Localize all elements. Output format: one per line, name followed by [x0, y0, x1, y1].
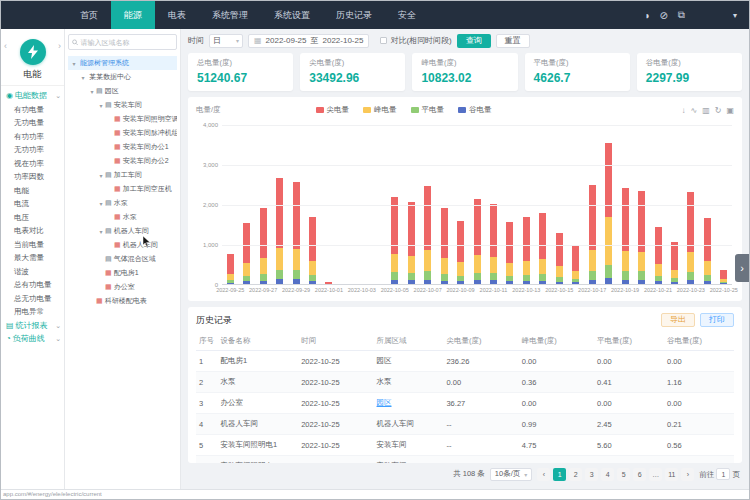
table-cell: 5.60	[594, 435, 664, 456]
legend-item[interactable]: 峰电量	[363, 105, 397, 115]
nav-item[interactable]: 历史记录	[323, 1, 385, 29]
page-button[interactable]: 1	[553, 468, 566, 481]
bar-segment	[556, 266, 563, 277]
page-button[interactable]: 11	[665, 468, 678, 481]
sidebar-menu-item[interactable]: 总有功电量	[1, 278, 64, 292]
tree-caret-icon[interactable]: ▾	[97, 228, 105, 235]
tree-node[interactable]: ▦ 科研楼配电表	[68, 294, 177, 308]
tree-node[interactable]: ▦ 安装车间办公2	[68, 154, 177, 168]
table-row[interactable]: 4机器人车间2022-10-25机器人车间--0.992.450.21	[196, 414, 734, 435]
module-next-arrow[interactable]: ›	[58, 41, 61, 51]
goto-page-input[interactable]	[716, 468, 730, 480]
save-image-icon[interactable]: ▣	[726, 106, 734, 115]
sidebar-menu-item[interactable]: 电压	[1, 211, 64, 225]
page-button[interactable]: ›	[681, 468, 694, 481]
search-button[interactable]: 查询	[457, 34, 491, 48]
nav-item[interactable]: 系统设置	[261, 1, 323, 29]
user-dropdown-caret-icon[interactable]: ▾	[733, 11, 737, 20]
nav-item[interactable]: 安全	[385, 1, 429, 29]
energy-module-icon[interactable]	[20, 39, 46, 65]
tree-node[interactable]: ▦ 安装车间办公1	[68, 140, 177, 154]
tree-node[interactable]: ▦ 配电房1	[68, 266, 177, 280]
sidebar-menu-item[interactable]: ◉ 电能数据 ⌄	[1, 89, 64, 103]
page-size-select[interactable]: 10条/页 ▾	[490, 468, 532, 481]
sidebar-menu-item[interactable]: 用电异常	[1, 305, 64, 319]
period-select[interactable]: 日 ▾	[209, 34, 243, 48]
sidebar-menu-item[interactable]: 谐波	[1, 265, 64, 279]
tree-node[interactable]: ▾ ▤ 园区	[68, 84, 177, 98]
tree-node[interactable]: ▾ ▤ 安装车间	[68, 98, 177, 112]
page-button[interactable]: 3	[585, 468, 598, 481]
tree-node[interactable]: ▦ 办公室	[68, 280, 177, 294]
bar-segment	[276, 178, 283, 247]
print-button[interactable]: 打印	[700, 313, 734, 327]
table-row[interactable]: 5安装车间照明电12022-10-25安装车间--4.755.600.56	[196, 435, 734, 456]
tree-caret-icon[interactable]: ▾	[70, 60, 78, 67]
sidebar-menu-item[interactable]: ▤ 统计报表 ⌄	[1, 319, 64, 333]
tree-node[interactable]: ▦ 安装车间脉冲机组	[68, 126, 177, 140]
bar-segment	[506, 263, 513, 276]
legend-item[interactable]: 谷电量	[458, 105, 492, 115]
sidebar-menu-item[interactable]: 无功功率	[1, 143, 64, 157]
line-chart-icon[interactable]: ∿	[690, 106, 697, 115]
reset-button[interactable]: 重置	[496, 34, 530, 48]
sidebar-menu-item[interactable]: 总无功电量	[1, 292, 64, 306]
table-row[interactable]: 3办公室2022-10-25园区36.270.000.000.00	[196, 393, 734, 414]
legend-item[interactable]: 平电量	[411, 105, 445, 115]
stacked-bar-chart[interactable]: 4,0003,0002,0001,0000	[222, 125, 732, 285]
page-button[interactable]: …	[649, 468, 662, 481]
message-icon[interactable]: ⊘	[659, 10, 667, 21]
restore-icon[interactable]: ↻	[715, 106, 722, 115]
sidebar-menu-item[interactable]: 无功电量	[1, 116, 64, 130]
tree-caret-icon[interactable]: ▾	[79, 74, 87, 81]
sidebar-menu-item[interactable]: ◔ 负荷曲线 ⌄	[1, 332, 64, 346]
tree-caret-icon[interactable]: ▾	[88, 88, 96, 95]
module-prev-arrow[interactable]: ‹	[4, 41, 7, 51]
page-button[interactable]: 2	[569, 468, 582, 481]
tree-node[interactable]: ▾ ▤ 水泵	[68, 196, 177, 210]
export-button[interactable]: 导出	[661, 313, 695, 327]
tree-node[interactable]: ▦ 加工车间空压机	[68, 182, 177, 196]
nav-item[interactable]: 能源	[111, 1, 155, 29]
legend-item[interactable]: 尖电量	[316, 105, 350, 115]
page-button[interactable]: ‹	[537, 468, 550, 481]
tree-caret-icon[interactable]: ▾	[97, 200, 105, 207]
page-button[interactable]: 4	[601, 468, 614, 481]
bar-chart-icon[interactable]: ▥	[702, 106, 710, 115]
nav-item[interactable]: 首页	[67, 1, 111, 29]
tree-node[interactable]: ▦ 机器人车间	[68, 238, 177, 252]
theme-icon[interactable]: ◑	[643, 10, 649, 21]
table-row[interactable]: 1配电房12022-10-25园区236.260.000.000.00	[196, 351, 734, 372]
tree-caret-icon[interactable]: ▾	[97, 172, 105, 179]
tree-search-input[interactable]	[80, 39, 173, 46]
tree-node[interactable]: ▦ 安装车间照明空调电表	[68, 112, 177, 126]
download-icon[interactable]: ↓	[681, 106, 685, 115]
tree-node[interactable]: ▤ 气体混合区域	[68, 252, 177, 266]
sidebar-menu-item[interactable]: 最大需量	[1, 251, 64, 265]
tree-caret-icon[interactable]: ▾	[97, 102, 105, 109]
nav-item[interactable]: 电表	[155, 1, 199, 29]
page-button[interactable]: 5	[617, 468, 630, 481]
page-button[interactable]: 6	[633, 468, 646, 481]
area-link[interactable]: 园区	[377, 398, 392, 407]
sidebar-menu-item[interactable]: 电表对比	[1, 224, 64, 238]
tree-node[interactable]: ▦ 水泵	[68, 210, 177, 224]
table-row[interactable]: 6安装车间照明电22022-10-25安装车间--14.2434.6764.08	[196, 456, 734, 464]
date-range-picker[interactable]: ▦ 2022-09-25 至 2022-10-25	[248, 34, 369, 48]
sidebar-menu-item[interactable]: 电流	[1, 197, 64, 211]
tree-node[interactable]: ▾ ▤ 机器人车间	[68, 224, 177, 238]
sidebar-menu-item[interactable]: 视在功率	[1, 157, 64, 171]
fullscreen-icon[interactable]: ⧉	[678, 9, 685, 21]
sidebar-menu-item[interactable]: 有功功率	[1, 130, 64, 144]
compare-checkbox[interactable]: 对比(相同时间段)	[380, 35, 451, 46]
tree-node[interactable]: ▾ ▤ 加工车间	[68, 168, 177, 182]
tree-node[interactable]: ▾ 某某数据中心	[68, 70, 177, 84]
sidebar-menu-item[interactable]: 电能	[1, 184, 64, 198]
sidebar-menu-item[interactable]: 有功电量	[1, 103, 64, 117]
expand-panel-button[interactable]: ›	[735, 254, 749, 282]
sidebar-menu-item[interactable]: 功率因数	[1, 170, 64, 184]
nav-item[interactable]: 系统管理	[199, 1, 261, 29]
sidebar-menu-item[interactable]: 当前电量	[1, 238, 64, 252]
tree-node[interactable]: ▾ 能源树管理系统	[68, 56, 177, 70]
table-row[interactable]: 2水泵2022-10-25水泵0.000.360.411.16	[196, 372, 734, 393]
